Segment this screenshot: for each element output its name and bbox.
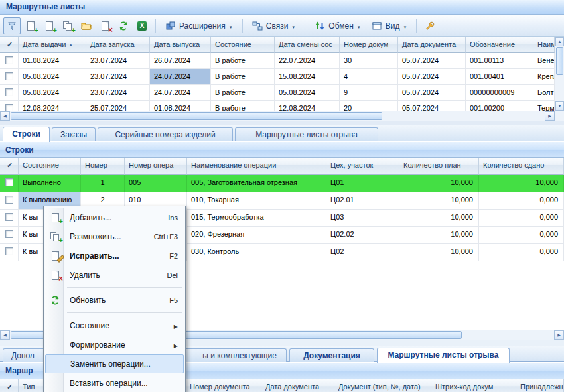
row-checkbox[interactable] xyxy=(5,72,13,80)
menu-item-edit[interactable]: Исправить... F2 xyxy=(45,246,184,265)
shortcut-label: Del xyxy=(159,271,178,279)
extensions-menu-button[interactable]: Расширения xyxy=(161,18,238,34)
column-header-state-change-date[interactable]: Дата смены сос xyxy=(275,37,340,53)
splitter[interactable] xyxy=(0,121,564,125)
dropdown-caret-icon xyxy=(291,21,295,31)
extensions-icon xyxy=(165,21,176,31)
table-row-done[interactable]: Выполнено 1 005 005, Заготовительная отр… xyxy=(0,175,564,192)
menu-item-formation[interactable]: Формирование xyxy=(45,335,184,354)
toolbar-separator xyxy=(155,19,156,33)
table-row[interactable]: 05.08.2024 23.07.2024 24.07.2024 В работ… xyxy=(0,69,555,85)
table-row[interactable]: 12.08.2024 25.07.2024 01.08.2024 В работ… xyxy=(0,101,555,111)
duplicate-document-button[interactable] xyxy=(59,17,76,34)
column-header-issue-date[interactable]: Дата выдачи xyxy=(19,37,86,53)
route-sheets-grid-header: Дата выдачи Дата запуска Дата выпуска Со… xyxy=(0,37,555,53)
column-header-name[interactable]: Наимен xyxy=(533,37,555,53)
toolbar-separator xyxy=(305,19,305,33)
column-header-qty-done[interactable]: Количество сдано xyxy=(479,158,564,175)
menu-item-state[interactable]: Состояние xyxy=(45,316,184,335)
menu-item-insert-operations[interactable]: Вставить операции... xyxy=(45,373,184,392)
column-header-doc-number[interactable]: Номер докум xyxy=(340,37,398,53)
filter-button[interactable] xyxy=(3,17,21,34)
selected-cell[interactable]: 24.07.2024 xyxy=(150,69,211,85)
column-header-doc-date[interactable]: Дата документа xyxy=(398,37,466,53)
column-header-state[interactable]: Состояние xyxy=(211,37,275,53)
tab-tear-off-route-sheets[interactable]: Маршрутные листы отрыва xyxy=(235,127,378,141)
row-checkbox[interactable] xyxy=(5,230,13,238)
scroll-left-icon[interactable] xyxy=(0,111,10,121)
check-column-header[interactable] xyxy=(0,379,19,392)
tab-lines[interactable]: Строки xyxy=(3,127,50,142)
scroll-right-icon[interactable] xyxy=(545,111,555,121)
table-row[interactable]: 01.08.2024 23.07.2024 26.07.2024 В работ… xyxy=(0,53,555,69)
dropdown-caret-icon xyxy=(229,21,233,31)
horizontal-scrollbar[interactable] xyxy=(0,111,555,121)
extensions-menu-label: Расширения xyxy=(179,21,226,31)
scroll-up-icon[interactable] xyxy=(555,37,564,46)
column-header-launch-date[interactable]: Дата запуска xyxy=(86,37,150,53)
row-checkbox[interactable] xyxy=(5,213,13,221)
column-header-operation-number[interactable]: Номер опера xyxy=(125,158,187,175)
add-based-on-icon xyxy=(44,21,54,31)
add-document-icon xyxy=(50,212,60,223)
tab-documentation[interactable]: Документация xyxy=(289,348,374,362)
column-header-designation[interactable]: Обозначение xyxy=(466,37,533,53)
detail-tab-bar: Строки Заказы Серийные номера изделий Ма… xyxy=(0,125,564,141)
open-folder-icon xyxy=(81,21,92,31)
check-column-header[interactable] xyxy=(0,158,19,175)
toolbar-separator xyxy=(242,19,243,33)
export-excel-button[interactable]: X xyxy=(133,17,151,34)
row-checkbox[interactable] xyxy=(5,88,13,96)
tab-tear-off-route-sheets-bottom[interactable]: Маршрутные листы отрыва xyxy=(377,348,510,363)
menu-separator xyxy=(67,312,182,313)
column-header-qty-plan[interactable]: Количество план xyxy=(399,158,479,175)
window-title: Маршрутные листы xyxy=(0,0,564,15)
exchange-menu-button[interactable]: Обмен xyxy=(310,18,365,34)
hscroll-thumb[interactable] xyxy=(11,112,382,120)
check-column-header[interactable] xyxy=(0,37,19,53)
add-based-on-button[interactable] xyxy=(40,17,58,34)
open-document-button[interactable] xyxy=(78,17,95,34)
row-checkbox[interactable] xyxy=(5,104,13,111)
row-checkbox[interactable] xyxy=(5,56,13,64)
dropdown-caret-icon xyxy=(357,21,361,31)
column-header-document[interactable]: Документ (тип, №, дата) xyxy=(334,379,431,392)
vertical-scrollbar[interactable] xyxy=(555,37,564,111)
add-document-button[interactable] xyxy=(22,17,39,34)
scroll-right-icon[interactable] xyxy=(554,330,564,340)
refresh-icon xyxy=(118,21,129,31)
menu-item-replace-operations[interactable]: Заменить операции... xyxy=(45,354,184,373)
menu-item-refresh[interactable]: Обновить F5 xyxy=(45,291,184,310)
row-checkbox[interactable] xyxy=(5,247,13,255)
lines-grid-header: Состояние Номер Номер опера Наименование… xyxy=(0,158,564,175)
scroll-down-icon[interactable] xyxy=(555,101,564,111)
scroll-left-icon[interactable] xyxy=(0,330,10,340)
row-checkbox[interactable] xyxy=(5,196,13,204)
shortcut-label: Ctrl+F3 xyxy=(146,233,178,241)
menu-item-duplicate[interactable]: Размножить... Ctrl+F3 xyxy=(45,227,184,246)
delete-document-button[interactable] xyxy=(96,17,113,34)
column-header-barcode[interactable]: Штрих-код докум xyxy=(431,379,516,392)
table-row[interactable]: 05.08.2024 23.07.2024 24.07.2024 В работ… xyxy=(0,85,555,101)
column-header-state[interactable]: Состояние xyxy=(19,158,81,175)
column-header-belonging[interactable]: Принадлежн xyxy=(516,379,564,392)
delete-document-icon xyxy=(50,270,60,281)
view-menu-label: Вид xyxy=(386,21,400,31)
tab-serial-numbers[interactable]: Серийные номера изделий xyxy=(98,127,233,141)
column-header-release-date[interactable]: Дата выпуска xyxy=(150,37,211,53)
refresh-button[interactable] xyxy=(115,17,132,34)
tab-orders[interactable]: Заказы xyxy=(52,127,96,141)
column-header-doc-date[interactable]: Дата документа xyxy=(261,379,334,392)
column-header-number[interactable]: Номер xyxy=(81,158,125,175)
vscroll-thumb[interactable] xyxy=(556,47,563,75)
route-sheets-window: Маршрутные листы xyxy=(0,0,564,392)
column-header-operation-name[interactable]: Наименование операции xyxy=(187,158,326,175)
view-menu-button[interactable]: Вид xyxy=(367,18,412,34)
menu-item-add[interactable]: Добавить... Ins xyxy=(45,208,184,227)
row-checkbox[interactable] xyxy=(5,178,13,186)
settings-button[interactable] xyxy=(421,17,439,34)
column-header-shop[interactable]: Цех, участок xyxy=(326,158,399,175)
menu-item-delete[interactable]: Удалить Del xyxy=(45,265,184,285)
links-menu-button[interactable]: Связи xyxy=(247,18,301,34)
column-header-doc-number[interactable]: Номер документа xyxy=(186,379,261,392)
